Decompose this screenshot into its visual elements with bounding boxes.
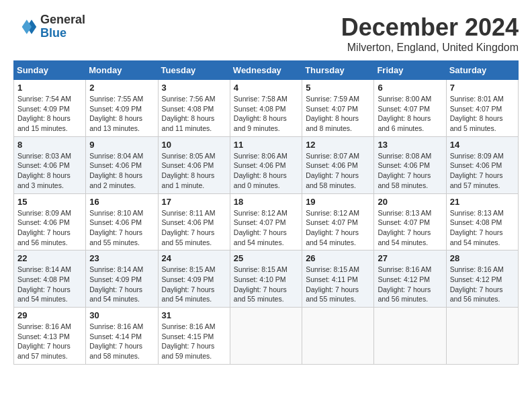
- day-23: 23 Sunrise: 8:14 AMSunset: 4:09 PMDaylig…: [86, 250, 158, 308]
- day-28: 28 Sunrise: 8:16 AMSunset: 4:12 PMDaylig…: [446, 250, 518, 308]
- day-20: 20 Sunrise: 8:13 AMSunset: 4:07 PMDaylig…: [374, 193, 446, 250]
- day-info: Sunrise: 8:08 AMSunset: 4:06 PMDaylight:…: [378, 151, 442, 191]
- day-30: 30 Sunrise: 8:16 AMSunset: 4:14 PMDaylig…: [86, 308, 158, 365]
- day-number: 22: [17, 253, 82, 263]
- day-info: Sunrise: 7:56 AMSunset: 4:08 PMDaylight:…: [162, 94, 226, 134]
- page-header: General Blue December 2024 Milverton, En…: [13, 13, 519, 54]
- day-2: 2 Sunrise: 7:55 AMSunset: 4:09 PMDayligh…: [86, 80, 158, 137]
- day-19: 19 Sunrise: 8:12 AMSunset: 4:07 PMDaylig…: [302, 193, 374, 250]
- calendar-table: Sunday Monday Tuesday Wednesday Thursday…: [13, 60, 519, 365]
- day-info: Sunrise: 8:16 AMSunset: 4:12 PMDaylight:…: [450, 265, 515, 304]
- day-14: 14 Sunrise: 8:09 AMSunset: 4:06 PMDaylig…: [446, 136, 518, 193]
- day-9: 9 Sunrise: 8:04 AMSunset: 4:06 PMDayligh…: [86, 136, 158, 193]
- day-4: 4 Sunrise: 7:58 AMSunset: 4:08 PMDayligh…: [230, 80, 302, 137]
- day-number: 1: [17, 83, 82, 93]
- day-number: 14: [450, 140, 515, 150]
- month-title: December 2024: [341, 13, 519, 42]
- day-number: 18: [234, 197, 298, 207]
- day-info: Sunrise: 8:10 AMSunset: 4:06 PMDaylight:…: [89, 208, 154, 248]
- day-info: Sunrise: 8:14 AMSunset: 4:08 PMDaylight:…: [17, 265, 82, 304]
- day-number: 11: [234, 140, 298, 150]
- day-number: 24: [162, 253, 226, 263]
- day-info: Sunrise: 8:15 AMSunset: 4:10 PMDaylight:…: [234, 265, 298, 304]
- day-info: Sunrise: 8:11 AMSunset: 4:06 PMDaylight:…: [162, 208, 226, 248]
- day-info: Sunrise: 8:13 AMSunset: 4:08 PMDaylight:…: [450, 208, 515, 248]
- header-wednesday: Wednesday: [230, 61, 302, 80]
- day-number: 29: [17, 310, 82, 320]
- day-info: Sunrise: 7:59 AMSunset: 4:07 PMDaylight:…: [306, 94, 370, 134]
- day-10: 10 Sunrise: 8:05 AMSunset: 4:06 PMDaylig…: [158, 136, 230, 193]
- day-number: 30: [89, 310, 154, 320]
- day-info: Sunrise: 8:09 AMSunset: 4:06 PMDaylight:…: [450, 151, 515, 191]
- day-13: 13 Sunrise: 8:08 AMSunset: 4:06 PMDaylig…: [374, 136, 446, 193]
- day-number: 23: [89, 253, 154, 263]
- day-number: 28: [450, 253, 515, 263]
- day-number: 12: [306, 140, 370, 150]
- header-friday: Friday: [374, 61, 446, 80]
- location-title: Milverton, England, United Kingdom: [341, 42, 519, 54]
- title-area: December 2024 Milverton, England, United…: [341, 13, 519, 54]
- day-5: 5 Sunrise: 7:59 AMSunset: 4:07 PMDayligh…: [302, 80, 374, 137]
- day-info: Sunrise: 8:06 AMSunset: 4:06 PMDaylight:…: [234, 151, 298, 191]
- day-31: 31 Sunrise: 8:16 AMSunset: 4:15 PMDaylig…: [158, 308, 230, 365]
- day-number: 16: [89, 197, 154, 207]
- day-info: Sunrise: 8:12 AMSunset: 4:07 PMDaylight:…: [234, 208, 298, 248]
- logo: General Blue: [13, 13, 85, 40]
- day-1: 1 Sunrise: 7:54 AMSunset: 4:09 PMDayligh…: [14, 80, 86, 137]
- day-info: Sunrise: 7:54 AMSunset: 4:09 PMDaylight:…: [17, 94, 82, 134]
- day-number: 25: [234, 253, 298, 263]
- day-info: Sunrise: 8:05 AMSunset: 4:06 PMDaylight:…: [162, 151, 226, 191]
- logo-blue: Blue: [40, 26, 66, 40]
- day-info: Sunrise: 8:12 AMSunset: 4:07 PMDaylight:…: [306, 208, 370, 248]
- day-number: 17: [162, 197, 226, 207]
- day-number: 20: [378, 197, 442, 207]
- day-info: Sunrise: 7:55 AMSunset: 4:09 PMDaylight:…: [89, 94, 154, 134]
- day-26: 26 Sunrise: 8:15 AMSunset: 4:11 PMDaylig…: [302, 250, 374, 308]
- day-info: Sunrise: 8:15 AMSunset: 4:11 PMDaylight:…: [306, 265, 370, 304]
- day-number: 13: [378, 140, 442, 150]
- day-17: 17 Sunrise: 8:11 AMSunset: 4:06 PMDaylig…: [158, 193, 230, 250]
- empty-cell: [230, 308, 302, 365]
- day-number: 5: [306, 83, 370, 93]
- day-16: 16 Sunrise: 8:10 AMSunset: 4:06 PMDaylig…: [86, 193, 158, 250]
- day-info: Sunrise: 8:00 AMSunset: 4:07 PMDaylight:…: [378, 94, 442, 134]
- day-12: 12 Sunrise: 8:07 AMSunset: 4:06 PMDaylig…: [302, 136, 374, 193]
- day-27: 27 Sunrise: 8:16 AMSunset: 4:12 PMDaylig…: [374, 250, 446, 308]
- day-number: 3: [162, 83, 226, 93]
- logo-icon: [13, 15, 38, 39]
- header-sunday: Sunday: [14, 61, 86, 80]
- day-number: 9: [89, 140, 154, 150]
- day-info: Sunrise: 7:58 AMSunset: 4:08 PMDaylight:…: [234, 94, 298, 134]
- day-number: 2: [89, 83, 154, 93]
- day-number: 8: [17, 140, 82, 150]
- day-number: 4: [234, 83, 298, 93]
- day-info: Sunrise: 8:01 AMSunset: 4:07 PMDaylight:…: [450, 94, 515, 134]
- day-number: 26: [306, 253, 370, 263]
- day-info: Sunrise: 8:07 AMSunset: 4:06 PMDaylight:…: [306, 151, 370, 191]
- day-number: 6: [378, 83, 442, 93]
- day-number: 21: [450, 197, 515, 207]
- day-info: Sunrise: 8:04 AMSunset: 4:06 PMDaylight:…: [89, 151, 154, 191]
- day-number: 19: [306, 197, 370, 207]
- empty-cell: [374, 308, 446, 365]
- day-29: 29 Sunrise: 8:16 AMSunset: 4:13 PMDaylig…: [14, 308, 86, 365]
- day-15: 15 Sunrise: 8:09 AMSunset: 4:06 PMDaylig…: [14, 193, 86, 250]
- day-number: 31: [162, 310, 226, 320]
- header-saturday: Saturday: [446, 61, 518, 80]
- day-7: 7 Sunrise: 8:01 AMSunset: 4:07 PMDayligh…: [446, 80, 518, 137]
- day-info: Sunrise: 8:13 AMSunset: 4:07 PMDaylight:…: [378, 208, 442, 248]
- day-number: 7: [450, 83, 515, 93]
- logo-text: General Blue: [40, 13, 85, 40]
- calendar-header-row: Sunday Monday Tuesday Wednesday Thursday…: [14, 61, 519, 80]
- day-info: Sunrise: 8:09 AMSunset: 4:06 PMDaylight:…: [17, 208, 82, 248]
- day-info: Sunrise: 8:14 AMSunset: 4:09 PMDaylight:…: [89, 265, 154, 304]
- day-info: Sunrise: 8:16 AMSunset: 4:13 PMDaylight:…: [17, 322, 82, 361]
- day-11: 11 Sunrise: 8:06 AMSunset: 4:06 PMDaylig…: [230, 136, 302, 193]
- day-info: Sunrise: 8:16 AMSunset: 4:15 PMDaylight:…: [162, 322, 226, 361]
- day-3: 3 Sunrise: 7:56 AMSunset: 4:08 PMDayligh…: [158, 80, 230, 137]
- day-number: 10: [162, 140, 226, 150]
- day-21: 21 Sunrise: 8:13 AMSunset: 4:08 PMDaylig…: [446, 193, 518, 250]
- day-22: 22 Sunrise: 8:14 AMSunset: 4:08 PMDaylig…: [14, 250, 86, 308]
- logo-general: General: [40, 13, 85, 26]
- day-24: 24 Sunrise: 8:15 AMSunset: 4:09 PMDaylig…: [158, 250, 230, 308]
